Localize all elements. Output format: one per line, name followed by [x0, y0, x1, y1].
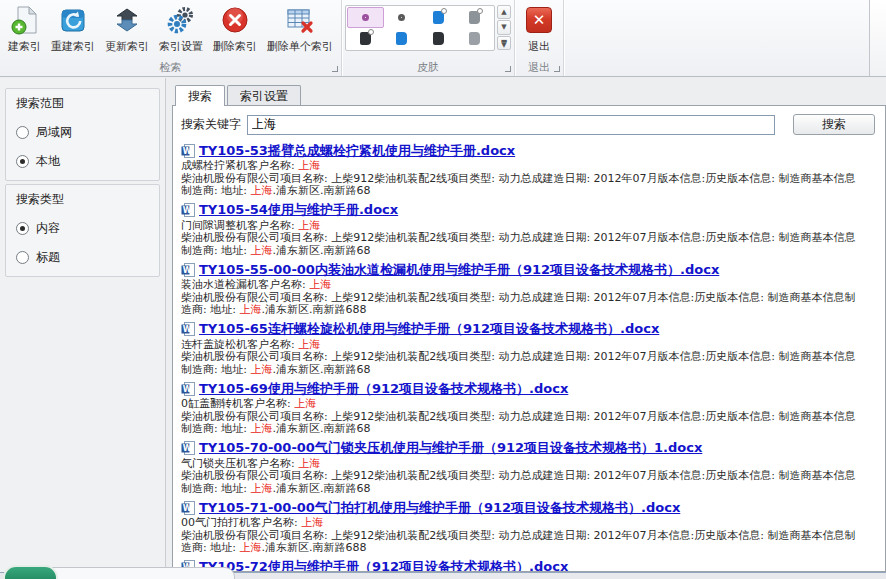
ribbon-group-exit-label: 退出 — [528, 60, 550, 75]
gallery-more-icon[interactable]: ▬▼ — [497, 36, 511, 50]
result-title-row: WTY105-71-00-00气门拍打机使用与维护手册（912项目设备技术规格书… — [181, 500, 877, 515]
main-panel: 搜索 索引设置 搜索关键字 搜索 WTY105-53摇臂总成螺栓拧紧机使用与维护… — [172, 85, 886, 572]
result-title-link[interactable]: TY105-54使用与维护手册.docx — [199, 201, 398, 219]
exit-x-icon: ✕ — [523, 4, 555, 36]
skin-gallery — [345, 5, 495, 51]
result-snippet-line: 门间隙调整机客户名称: 上海 — [181, 220, 877, 233]
result-title-link[interactable]: TY105-53摇臂总成螺栓拧紧机使用与维护手册.docx — [199, 142, 515, 160]
index-settings-button[interactable]: 索引设置 — [154, 2, 208, 55]
svg-text:W: W — [183, 385, 192, 394]
tab-bar: 搜索 索引设置 — [172, 85, 886, 105]
result-title-row: WTY105-53摇臂总成螺栓拧紧机使用与维护手册.docx — [181, 143, 877, 158]
svg-text:W: W — [183, 325, 192, 334]
search-keyword-label: 搜索关键字 — [181, 116, 241, 133]
result-item: WTY105-55-00-00内装油水道检漏机使用与维护手册（912项目设备技术… — [181, 262, 877, 317]
rebuild-index-label: 重建索引 — [51, 39, 95, 54]
build-index-button[interactable]: 建索引 — [3, 2, 46, 55]
skin-blue[interactable] — [384, 28, 421, 49]
radio-title-label: 标题 — [36, 249, 60, 266]
skin-purple-ring[interactable] — [347, 7, 384, 28]
result-title-row: WTY105-69使用与维护手册（912项目设备技术规格书）.docx — [181, 381, 877, 396]
result-snippet-line: 成螺栓拧紧机客户名称: 上海 — [181, 160, 877, 173]
result-snippet-line: 制造商: 地址: 上海.浦东新区.南新路68 — [181, 185, 877, 198]
search-scope-groupbox: 搜索范围 局域网 本地 — [5, 88, 160, 181]
result-snippet-line: 柴油机股份有限公司项目名称: 上柴912柴油机装配2线项目类型: 动力总成建造日… — [181, 470, 877, 483]
result-title-link[interactable]: TY105-70-00-00气门锁夹压机使用与维护手册（912项目设备技术规格书… — [199, 439, 702, 457]
search-type-groupbox: 搜索类型 内容 标题 — [5, 184, 160, 277]
ribbon-group-skin: ▲ ▼ ▬▼ 皮肤 — [342, 0, 515, 76]
result-snippet-line: 制造商: 地址: 上海.浦东新区.南新路68 — [181, 423, 877, 436]
delete-index-label: 删除索引 — [213, 39, 257, 54]
ribbon-endcap — [869, 0, 886, 76]
result-snippet-line: 制造商: 地址: 上海.浦东新区.南新路68 — [181, 483, 877, 496]
result-title-row: WTY105-70-00-00气门锁夹压机使用与维护手册（912项目设备技术规格… — [181, 441, 877, 456]
radio-lan[interactable]: 局域网 — [16, 124, 149, 141]
result-title-row: WTY105-55-00-00内装油水道检漏机使用与维护手册（912项目设备技术… — [181, 262, 877, 277]
radio-local-icon — [16, 155, 29, 168]
content-area: 搜索范围 局域网 本地 搜索类型 内容 标题 — [0, 78, 886, 572]
radio-local[interactable]: 本地 — [16, 153, 149, 170]
result-snippet-line: 0缸盖翻转机客户名称: 上海 — [181, 398, 877, 411]
skin-dark-ring[interactable] — [384, 7, 421, 28]
skin-blue-clock[interactable] — [420, 7, 457, 28]
result-snippet-line: 柴油机股份有限公司项目名称: 上柴912柴油机装配2线项目类型: 动力总成建造日… — [181, 530, 877, 543]
svg-text:W: W — [183, 206, 192, 215]
skin-gray-clock[interactable] — [457, 7, 494, 28]
result-title-link[interactable]: TY105-55-00-00内装油水道检漏机使用与维护手册（912项目设备技术规… — [199, 261, 719, 279]
result-item: WTY105-65连杆螺栓旋松机使用与维护手册（912项目设备技术规格书）.do… — [181, 322, 877, 377]
ribbon-group-index-label: 检索 — [160, 60, 182, 75]
tab-search[interactable]: 搜索 — [175, 85, 225, 106]
rebuild-index-button[interactable]: 重建索引 — [46, 2, 100, 55]
search-button[interactable]: 搜索 — [793, 114, 875, 135]
word-doc-icon: W — [181, 441, 195, 455]
delete-single-index-label: 删除单个索引 — [267, 39, 333, 54]
index-group-dialog-launcher-icon[interactable] — [332, 66, 338, 72]
result-snippet-line: 柴油机股份有限公司项目名称: 上柴912柴油机装配2线项目类型: 动力总成建造日… — [181, 173, 877, 186]
result-snippet-line: 装油水道检漏机客户名称: 上海 — [181, 279, 877, 292]
gallery-scroll-down-icon[interactable]: ▼ — [497, 20, 511, 34]
radio-content-icon — [16, 222, 29, 235]
skin-gray[interactable] — [457, 28, 494, 49]
search-type-title: 搜索类型 — [16, 191, 149, 208]
ribbon-group-index: 建索引 重建索引 — [0, 0, 342, 76]
drive-refresh-icon — [57, 4, 89, 36]
ribbon-group-skin-label: 皮肤 — [417, 60, 439, 75]
result-snippet-line: 造商: 地址: 上海.浦东新区.南新路688 — [181, 304, 877, 317]
result-title-link[interactable]: TY105-69使用与维护手册（912项目设备技术规格书）.docx — [199, 380, 568, 398]
skin-black-clock[interactable] — [347, 28, 384, 49]
index-settings-label: 索引设置 — [159, 39, 203, 54]
radio-content[interactable]: 内容 — [16, 220, 149, 237]
result-snippet-line: 气门锁夹压机客户名称: 上海 — [181, 458, 877, 471]
radio-lan-label: 局域网 — [36, 124, 72, 141]
update-index-label: 更新索引 — [105, 39, 149, 54]
delete-index-button[interactable]: 删除索引 — [208, 2, 262, 55]
skin-black[interactable] — [420, 28, 457, 49]
result-title-link[interactable]: TY105-72使用与维护手册（912项目设备技术规格书）.docx — [199, 558, 568, 572]
skin-group-dialog-launcher-icon[interactable] — [505, 66, 511, 72]
table-delete-icon — [284, 4, 316, 36]
exit-button[interactable]: ✕ 退出 — [518, 2, 560, 55]
tab-index-settings[interactable]: 索引设置 — [227, 85, 301, 105]
search-scope-title: 搜索范围 — [16, 95, 149, 112]
result-item: WTY105-71-00-00气门拍打机使用与维护手册（912项目设备技术规格书… — [181, 500, 877, 555]
delete-single-index-button[interactable]: 删除单个索引 — [262, 2, 338, 55]
search-tab-panel: 搜索关键字 搜索 WTY105-53摇臂总成螺栓拧紧机使用与维护手册.docx成… — [172, 105, 886, 572]
doc-plus-icon — [9, 4, 41, 36]
gallery-scroll-up-icon[interactable]: ▲ — [497, 5, 511, 19]
word-doc-icon: W — [181, 144, 195, 158]
delete-circle-icon — [219, 4, 251, 36]
app-window: 建索引 重建索引 — [0, 0, 886, 579]
word-doc-icon: W — [181, 382, 195, 396]
result-item: WTY105-54使用与维护手册.docx门间隙调整机客户名称: 上海柴油机股份… — [181, 203, 877, 258]
result-title-link[interactable]: TY105-65连杆螺栓旋松机使用与维护手册（912项目设备技术规格书）.doc… — [199, 320, 659, 338]
exit-group-dialog-launcher-icon[interactable] — [554, 66, 560, 72]
result-item: WTY105-69使用与维护手册（912项目设备技术规格书）.docx0缸盖翻转… — [181, 381, 877, 436]
result-snippet-line: 柴油机股份有限公司项目名称: 上柴912柴油机装配2线项目类型: 动力总成建造日… — [181, 351, 877, 364]
result-title-row: WTY105-65连杆螺栓旋松机使用与维护手册（912项目设备技术规格书）.do… — [181, 322, 877, 337]
result-title-link[interactable]: TY105-71-00-00气门拍打机使用与维护手册（912项目设备技术规格书）… — [199, 499, 680, 517]
radio-title[interactable]: 标题 — [16, 249, 149, 266]
word-doc-icon: W — [181, 501, 195, 515]
update-index-button[interactable]: 更新索引 — [100, 2, 154, 55]
result-snippet-line: 制造商: 地址: 上海.浦东新区.南新路68 — [181, 364, 877, 377]
search-keyword-input[interactable] — [247, 115, 775, 135]
